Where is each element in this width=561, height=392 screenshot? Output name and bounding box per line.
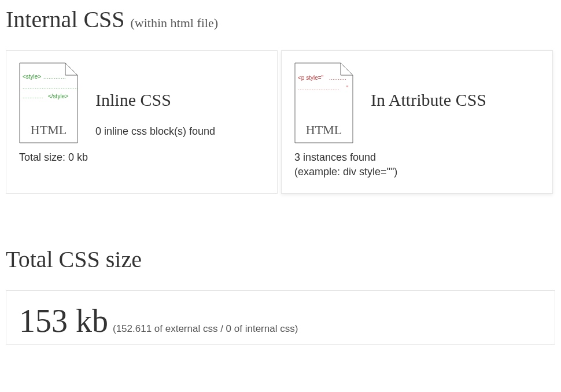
svg-text:.............: ............. (43, 74, 66, 80)
cards-row: <style> ............. ..................… (6, 50, 555, 194)
attribute-css-card: <p style=" .......... ..................… (281, 50, 553, 194)
html-file-attr-icon: <p style=" .......... ..................… (294, 62, 353, 143)
total-css-card: 153 kb (152.611 of external css / 0 of i… (6, 290, 555, 345)
total-css-detail: (152.611 of external css / 0 of internal… (113, 323, 298, 334)
svg-text:": " (346, 85, 349, 91)
svg-text:</style>: </style> (48, 93, 68, 99)
svg-text:HTML: HTML (31, 123, 67, 137)
svg-text:HTML: HTML (306, 123, 342, 137)
internal-css-heading: Internal CSS (within html file) (6, 6, 555, 33)
svg-text:<style>: <style> (23, 73, 41, 80)
total-css-heading: Total CSS size (6, 246, 555, 273)
internal-css-title: Internal CSS (6, 6, 125, 32)
attribute-css-example: (example: div style="") (294, 165, 540, 179)
svg-text:..............................: .................................. (23, 84, 78, 90)
attribute-css-count: 3 instances found (294, 150, 540, 165)
svg-text:<p style=": <p style=" (298, 75, 324, 81)
inline-css-footer: Total size: 0 kb (19, 150, 264, 165)
svg-text:..........: .......... (329, 75, 346, 81)
inline-css-title: Inline CSS (95, 90, 264, 110)
total-css-section: Total CSS size 153 kb (152.611 of extern… (6, 246, 555, 345)
html-file-style-icon: <style> ............. ..................… (19, 62, 78, 143)
total-css-value: 153 kb (19, 303, 108, 339)
attribute-css-title: In Attribute CSS (371, 90, 540, 110)
svg-text:............: ............ (23, 94, 43, 99)
svg-text:........................: ........................ (298, 86, 339, 91)
inline-css-card: <style> ............. ..................… (6, 50, 278, 194)
inline-css-desc: 0 inline css block(s) found (95, 124, 264, 139)
internal-css-subtitle: (within html file) (131, 16, 219, 30)
